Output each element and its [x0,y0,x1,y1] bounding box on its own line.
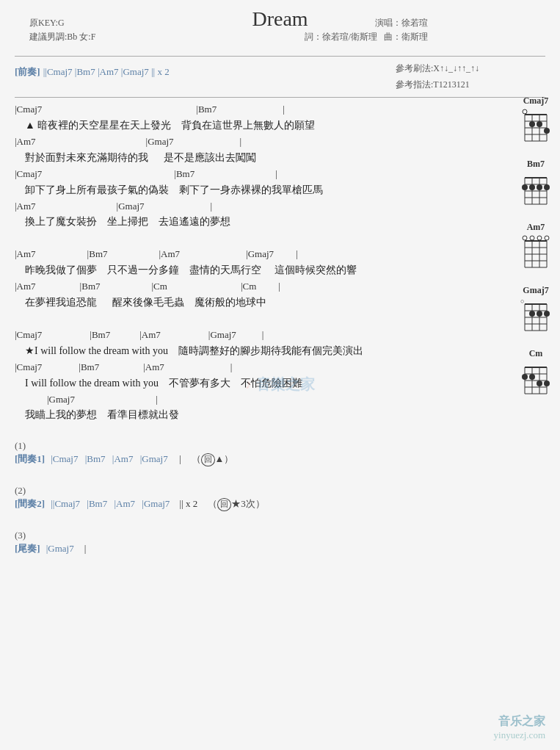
int2-note: （回★3次） [208,497,265,512]
v1-bar2: | [240,134,242,150]
verse1-chord-row4: |Am7 |Gmaj7 | [15,199,479,214]
svg-point-25 [544,184,550,190]
int2-chord3: |Am7 [112,497,135,512]
meta-right: 演唱：徐若瑄 詞：徐若瑄/衛斯理 曲：衛斯理 [305,16,428,44]
footer-url: yinyuezj.com [494,729,545,741]
ch-chord5: |Cmaj7 [15,360,42,375]
interlude1: (1) [間奏1] |Cmaj7 |Bm7 |Am7 |Gmaj7 | （回▲） [15,440,479,467]
chord-am7-diagram: Am7 [519,222,553,272]
v2-chord8: |Cm [241,279,256,295]
svg-point-51 [544,311,550,317]
v2-bar2: | [278,279,280,295]
svg-point-11 [544,128,550,134]
int1-chord2: |Bm7 [82,452,105,467]
interlude1-num: (1) [15,440,479,452]
verse1-lyrics2: 對於面對未來充滿期待的我 是不是應該出去闖闖 [15,150,479,165]
int2-chord2: |Bm7 [84,497,107,512]
int1-chord4: |Gmaj7 [137,452,167,467]
credits-row: 詞：徐若瑄/衛斯理 曲：衛斯理 [305,30,428,44]
v1-chord2: |Bm7 [196,102,217,118]
int1-chord1: |Cmaj7 [51,452,78,467]
int1-chord3: |Am7 [110,452,134,467]
v1-bar4: | [211,199,213,214]
svg-point-49 [529,311,535,317]
outro-bar: | [84,541,87,557]
ch-chord8: |Gmaj7 [47,392,75,408]
svg-point-50 [537,311,542,317]
composer-label: 曲： [384,32,401,42]
ch-chord7: |Am7 [143,360,164,375]
interlude2-num: (2) [15,485,479,497]
ch-bar3: | [156,392,158,408]
interlude1-chords: [間奏1] |Cmaj7 |Bm7 |Am7 |Gmaj7 | （回▲） [15,452,479,467]
meta-left: 原KEY:G 建議男調:Bb 女:F [29,16,95,44]
verse1-lyrics3: 卸下了身上所有最孩子氣的偽裝 剩下了一身赤裸裸的我單槍匹馬 [15,182,479,198]
key-label: 原KEY:G [29,16,95,30]
svg-point-24 [537,184,542,190]
int2-chord4: |Gmaj7 [139,497,170,512]
footer-logo: 音乐之家 [494,714,545,729]
svg-point-35 [523,236,527,240]
performer-row: 演唱：徐若瑄 [305,16,428,30]
content-divider [15,97,545,98]
chord-am7-grid [519,235,553,272]
chord-cm-grid [519,361,553,398]
verse1-lyrics1: ▲ 暗夜裡的天空星星在天上發光 背負在這世界上無數人的願望 [15,118,479,133]
v2-chord7: |Cm [152,279,167,295]
v1-chord6: |Bm7 [174,167,194,182]
v1-chord5: |Cmaj7 [15,167,42,182]
prelude-chords: ||Cmaj7 |Bm7 |Am7 |Gmaj7 || x 2 [43,66,170,78]
ch-chord4: |Gmaj7 [208,328,236,343]
chorus-lyrics1: ★I will follow the dream with you 隨時調整好的… [15,343,479,358]
verse1-chord-row2: |Am7 |Gmaj7 | [15,134,479,150]
ch-bar2: | [230,360,233,375]
v1-bar1: | [283,102,285,118]
verse1-chord-row3: |Cmaj7 |Bm7 | [15,167,479,182]
prelude-tag: [前奏] [15,65,40,79]
svg-point-61 [522,374,528,380]
prelude-section: [前奏] ||Cmaj7 |Bm7 |Am7 |Gmaj7 || x 2 [15,65,170,79]
interlude1-tag: [間奏1] [15,452,45,467]
v1-chord8: |Gmaj7 [117,199,145,214]
v1-chord4: |Gmaj7 [146,134,174,150]
chord-cmaj7-grid [519,109,553,145]
chorus-chord-row1: |Cmaj7 |Bm7 |Am7 |Gmaj7 | [15,328,479,343]
chord-diagrams: Cmaj7 Bm7 [519,95,553,398]
svg-point-63 [537,381,542,386]
verse1: |Cmaj7 |Bm7 | ▲ 暗夜裡的天空星星在天上發光 背負在這世界上無數人… [15,102,479,229]
v2-bar1: | [296,247,298,262]
chord-bm7-grid [519,172,553,209]
chord-cm-label: Cm [529,348,543,359]
chord-cmaj7-label: Cmaj7 [523,95,549,107]
composer-value: 衛斯理 [401,32,428,42]
lyricist-value: 徐若瑄/衛斯理 [322,32,377,42]
outro: (3) [尾奏] |Gmaj7 | [15,530,479,557]
verse2-lyrics1: 昨晚我做了個夢 只不過一分多鐘 盡情的天馬行空 這個時候突然的響 [15,262,479,278]
int2-bar: || x 2 [177,497,197,512]
svg-point-9 [529,121,535,127]
svg-point-37 [537,236,542,240]
ch-chord2: |Bm7 [90,328,110,343]
chord-gmaj7-diagram: Gmaj7 ○ [519,285,553,335]
int2-chord1: ||Cmaj7 [51,497,80,512]
outro-tag: [尾奏] [15,541,40,557]
int1-note: （回▲） [192,452,234,467]
v2-chord2: |Bm7 [87,247,108,262]
content-area: |Cmaj7 |Bm7 | ▲ 暗夜裡的天空星星在天上發光 背負在這世界上無數人… [15,102,479,557]
v1-bar3: | [275,167,277,182]
performer-label: 演唱： [375,18,401,28]
svg-point-22 [522,184,528,190]
chord-cm-diagram: Cm [519,348,553,398]
chorus: |Cmaj7 |Bm7 |Am7 |Gmaj7 | ★I will follow… [15,328,479,422]
svg-point-10 [537,121,542,127]
finger-pattern: 參考指法:T1213121 [396,77,479,93]
v2-chord4: |Gmaj7 [246,247,274,262]
outro-chords: [尾奏] |Gmaj7 | [15,541,479,557]
interlude2-chords: [間奏2] ||Cmaj7 |Bm7 |Am7 |Gmaj7 || x 2 （回… [15,497,479,512]
chorus-chord-row3: |Gmaj7 | [15,392,479,408]
verse2-lyrics2: 在夢裡我追恐龍 醒來後像毛毛蟲 魔術般的地球中 [15,295,479,310]
chorus-lyrics3: 我瞄上我的夢想 看準目標就出發 [15,407,479,422]
chorus-chord-row2: |Cmaj7 |Bm7 |Am7 | [15,360,479,375]
header-divider [15,56,545,57]
verse2-chord-row1: |Am7 |Bm7 |Am7 |Gmaj7 | [15,247,479,262]
